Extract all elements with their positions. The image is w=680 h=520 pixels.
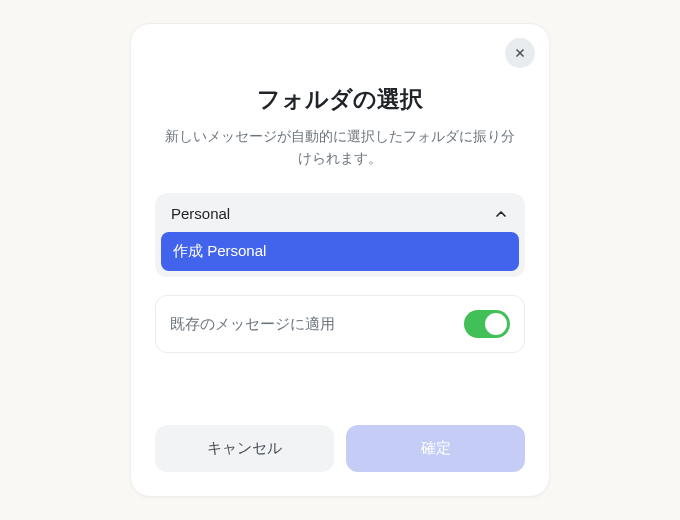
modal-subtitle: 新しいメッセージが自動的に選択したフォルダに振り分けられます。 — [155, 125, 525, 170]
modal-title: フォルダの選択 — [155, 84, 525, 115]
close-button[interactable] — [505, 38, 535, 68]
combo-input-row — [161, 199, 519, 232]
toggle-knob — [485, 313, 507, 335]
close-icon — [513, 46, 527, 60]
apply-existing-row: 既存のメッセージに適用 — [155, 295, 525, 353]
apply-existing-label: 既存のメッセージに適用 — [170, 315, 335, 334]
folder-input[interactable] — [171, 205, 485, 222]
folder-select-modal: フォルダの選択 新しいメッセージが自動的に選択したフォルダに振り分けられます。 … — [130, 23, 550, 498]
button-row: キャンセル 確定 — [155, 425, 525, 472]
apply-existing-toggle[interactable] — [464, 310, 510, 338]
chevron-up-icon — [493, 206, 509, 222]
confirm-button[interactable]: 確定 — [346, 425, 525, 472]
combo-create-option[interactable]: 作成 Personal — [161, 232, 519, 271]
folder-combobox[interactable]: 作成 Personal — [155, 193, 525, 277]
cancel-button[interactable]: キャンセル — [155, 425, 334, 472]
